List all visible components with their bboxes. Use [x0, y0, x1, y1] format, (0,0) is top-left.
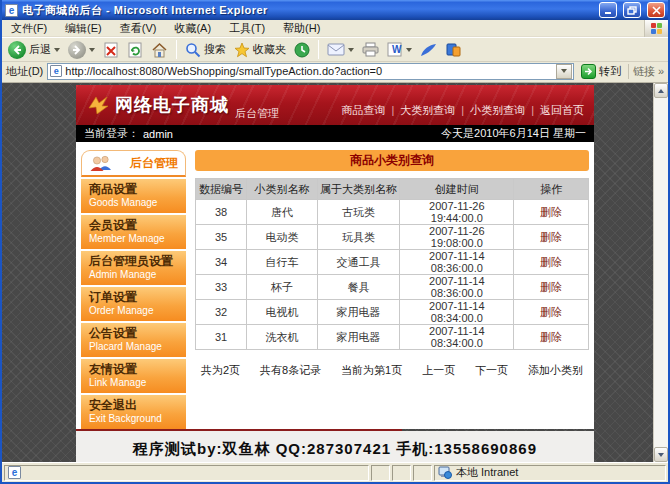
- cell-id: 33: [196, 275, 247, 300]
- nav-item-bigtype-query[interactable]: 大类别查询: [400, 103, 455, 118]
- cell-name: 杯子: [247, 275, 318, 300]
- sidebar-item-placard[interactable]: 公告设置 Placard Manage: [81, 323, 186, 357]
- refresh-button[interactable]: [125, 41, 145, 59]
- sidebar-item-exit[interactable]: 安全退出 Exit Background: [81, 395, 186, 429]
- nav-item-return-home[interactable]: 返回首页: [540, 103, 584, 118]
- delete-link[interactable]: 删除: [540, 206, 562, 218]
- back-dropdown-icon[interactable]: [54, 48, 60, 52]
- go-button[interactable]: 转到: [578, 62, 624, 80]
- menu-item-edit[interactable]: 编辑(E): [56, 21, 111, 36]
- windows-logo-icon: [644, 20, 668, 37]
- back-icon: [8, 41, 26, 59]
- stop-icon: [103, 42, 119, 58]
- back-button[interactable]: 后退: [6, 40, 62, 60]
- history-button[interactable]: [292, 41, 312, 59]
- delete-link[interactable]: 删除: [540, 306, 562, 318]
- menu-item-view[interactable]: 查看(V): [111, 21, 166, 36]
- cell-created: 2007-11-14 08:34:00.0: [400, 325, 514, 350]
- stop-button[interactable]: [101, 41, 121, 59]
- status-zone-pane: 本地 Intranet: [434, 465, 666, 481]
- nav-item-goods-query[interactable]: 商品查询: [341, 103, 385, 118]
- menu-item-help[interactable]: 帮助(H): [274, 21, 329, 36]
- status-pane: [413, 465, 432, 481]
- sidebar-item-link[interactable]: 友情设置 Link Manage: [81, 359, 186, 393]
- favorites-button[interactable]: 收藏夹: [232, 41, 288, 59]
- delete-link[interactable]: 删除: [540, 231, 562, 243]
- print-button[interactable]: [360, 41, 381, 58]
- main-content: 商品小类别查询 数据编号 小类别名称 属于大类别名称 创建时间 操作: [195, 150, 589, 378]
- messenger-button[interactable]: [444, 41, 463, 58]
- total-pages-text: 共为2页: [201, 363, 240, 378]
- login-user: admin: [143, 128, 173, 140]
- sidebar-item-goods[interactable]: 商品设置 Goods Manage: [81, 179, 186, 213]
- table-row: 38 唐代 古玩类 2007-11-26 19:44:00.0 删除: [196, 200, 589, 225]
- footer-text: 程序测试by:双鱼林 QQ:287307421 手机:13558690869: [133, 440, 537, 459]
- mail-button[interactable]: [325, 42, 356, 57]
- nav-item-smalltype-query[interactable]: 小类别查询: [470, 103, 525, 118]
- home-icon: [151, 42, 168, 58]
- brand-subtitle: 后台管理: [235, 106, 279, 125]
- date-text: 今天是2010年6月14日 星期一: [441, 126, 586, 141]
- browser-window: e 电子商城的后台 - Microsoft Internet Explorer …: [0, 0, 670, 484]
- ie-page-icon: e: [5, 4, 18, 17]
- prev-page-link[interactable]: 上一页: [422, 363, 455, 378]
- site-footer: 程序测试by:双鱼林 QQ:287307421 手机:13558690869: [76, 431, 594, 462]
- word-icon: W: [392, 44, 401, 55]
- discuss-button[interactable]: [418, 42, 440, 58]
- minimize-button[interactable]: [599, 2, 617, 18]
- forward-dropdown-icon[interactable]: [89, 48, 95, 52]
- address-input[interactable]: e http://localhost:8080/WebShopping/smal…: [47, 63, 574, 80]
- add-smalltype-link[interactable]: 添加小类别: [528, 363, 583, 378]
- site-header: 网络电子商城 后台管理 商品查询 | 大类别查询 | 小类别查询 | 返回首页: [76, 85, 594, 125]
- cell-parent: 交通工具: [317, 250, 400, 275]
- cell-name: 电动类: [247, 225, 318, 250]
- cell-parent: 玩具类: [317, 225, 400, 250]
- cell-parent: 餐具: [317, 275, 400, 300]
- cell-created: 2007-11-26 19:08:00.0: [400, 225, 514, 250]
- status-bar: e 本地 Intranet: [2, 462, 668, 482]
- sidebar-item-admin[interactable]: 后台管理员设置 Admin Manage: [81, 251, 186, 285]
- menu-bar: 文件(F) 编辑(E) 查看(V) 收藏(A) 工具(T) 帮助(H): [2, 20, 668, 37]
- table-row: 35 电动类 玩具类 2007-11-26 19:08:00.0 删除: [196, 225, 589, 250]
- sidebar: 后台管理 商品设置 Goods Manage 会员设置 Member Manag…: [81, 150, 186, 429]
- status-main-pane: e: [4, 465, 369, 481]
- restore-button[interactable]: [623, 2, 641, 18]
- status-pane: [392, 465, 411, 481]
- next-page-link[interactable]: 下一页: [475, 363, 508, 378]
- edit-word-button[interactable]: W: [385, 41, 414, 58]
- browser-viewport: 网络电子商城 后台管理 商品查询 | 大类别查询 | 小类别查询 | 返回首页 …: [2, 83, 668, 462]
- mail-dropdown-icon[interactable]: [348, 48, 354, 52]
- menu-item-file[interactable]: 文件(F): [2, 21, 56, 36]
- login-bar: 当前登录： admin 今天是2010年6月14日 星期一: [76, 125, 594, 142]
- delete-link[interactable]: 删除: [540, 331, 562, 343]
- total-records-text: 共有8条记录: [260, 363, 321, 378]
- links-button[interactable]: 链接 »: [628, 64, 664, 79]
- forward-button[interactable]: [66, 40, 97, 60]
- forward-icon: [68, 41, 86, 59]
- menu-item-favorites[interactable]: 收藏(A): [165, 21, 220, 36]
- table-header-row: 数据编号 小类别名称 属于大类别名称 创建时间 操作: [196, 179, 589, 200]
- address-url: http://localhost:8080/WebShopping/smallT…: [65, 65, 553, 77]
- cell-parent: 家用电器: [317, 300, 400, 325]
- scroll-up-button[interactable]: [654, 83, 668, 98]
- login-label: 当前登录：: [84, 126, 139, 141]
- address-dropdown-button[interactable]: [556, 64, 572, 79]
- delete-link[interactable]: 删除: [540, 256, 562, 268]
- cell-name: 洗衣机: [247, 325, 318, 350]
- cell-name: 电视机: [247, 300, 318, 325]
- scroll-down-button[interactable]: [654, 447, 668, 462]
- sidebar-item-member[interactable]: 会员设置 Member Manage: [81, 215, 186, 249]
- menu-item-tools[interactable]: 工具(T): [220, 21, 274, 36]
- address-page-icon: e: [50, 65, 62, 77]
- page-body: 后台管理 商品设置 Goods Manage 会员设置 Member Manag…: [76, 142, 594, 429]
- vertical-scrollbar[interactable]: [653, 83, 668, 462]
- sidebar-item-order[interactable]: 订单设置 Order Manage: [81, 287, 186, 321]
- home-button[interactable]: [149, 41, 170, 59]
- sidebar-header: 后台管理: [81, 150, 186, 177]
- search-button[interactable]: 搜索: [183, 41, 228, 59]
- close-button[interactable]: [647, 2, 665, 18]
- delete-link[interactable]: 删除: [540, 281, 562, 293]
- window-title: 电子商城的后台 - Microsoft Internet Explorer: [22, 3, 593, 18]
- edit-dropdown-icon[interactable]: [406, 48, 412, 52]
- cell-parent: 家用电器: [317, 325, 400, 350]
